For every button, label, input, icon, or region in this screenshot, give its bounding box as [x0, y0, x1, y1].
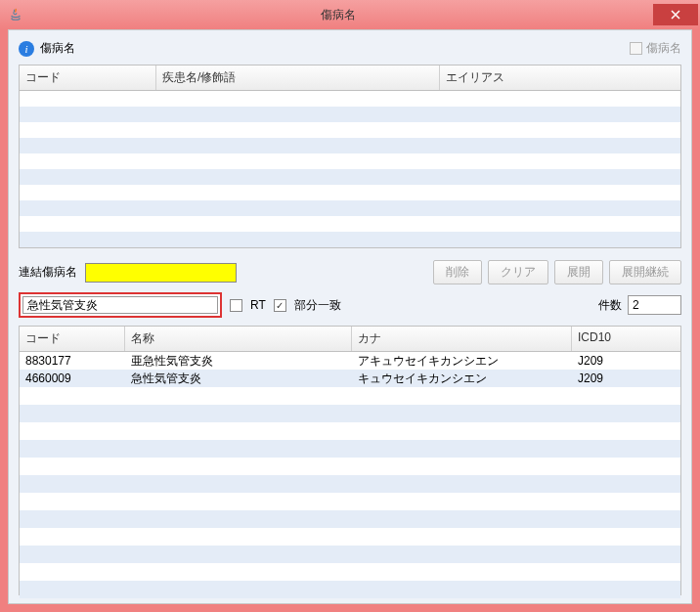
panel-title: 傷病名: [40, 40, 75, 57]
count-label: 件数: [598, 297, 622, 314]
upper-col-code[interactable]: コード: [20, 66, 156, 90]
cell-kana: アキュウセイキカンシエン: [352, 353, 572, 370]
java-icon: [8, 7, 23, 22]
search-input[interactable]: [22, 296, 218, 314]
table-row[interactable]: 4660009 急性気管支炎 キュウセイキカンシエン J209: [20, 370, 680, 387]
content-panel: i 傷病名 傷病名 コード 疾患名/修飾語 エイリアス 連結傷病名 削除 クリア…: [8, 29, 692, 604]
rt-label: RT: [250, 298, 266, 312]
titlebar: 傷病名: [0, 0, 700, 29]
lower-col-code[interactable]: コード: [20, 327, 125, 351]
panel-header: i 傷病名 傷病名: [19, 40, 681, 57]
delete-button[interactable]: 削除: [433, 260, 482, 284]
upper-table: コード 疾患名/修飾語 エイリアス: [19, 65, 681, 248]
linked-row: 連結傷病名 削除 クリア 展開 展開継続: [19, 260, 681, 284]
cell-code: 8830177: [20, 354, 125, 368]
linked-label: 連結傷病名: [19, 264, 77, 281]
partial-match-label: 部分一致: [294, 297, 341, 314]
expand-continue-button[interactable]: 展開継続: [609, 260, 681, 284]
rt-checkbox[interactable]: [230, 299, 242, 312]
lower-table: コード 名称 カナ ICD10 8830177 亜急性気管支炎 アキュウセイキカ…: [19, 326, 681, 595]
cell-name: 急性気管支炎: [125, 371, 352, 387]
header-checkbox-label: 傷病名: [646, 40, 681, 57]
search-box-highlight: [19, 292, 222, 318]
count-field[interactable]: [628, 295, 681, 315]
upper-table-body[interactable]: [20, 91, 680, 247]
cell-kana: キュウセイキカンシエン: [352, 371, 572, 387]
linked-name-field[interactable]: [85, 263, 237, 283]
info-icon: i: [19, 41, 34, 57]
upper-col-name[interactable]: 疾患名/修飾語: [156, 66, 440, 90]
expand-button[interactable]: 展開: [554, 260, 603, 284]
close-button[interactable]: [653, 4, 698, 25]
search-row: RT 部分一致 件数: [19, 292, 681, 318]
lower-col-icd10[interactable]: ICD10: [572, 327, 680, 351]
cell-icd10: J209: [572, 372, 680, 385]
partial-match-checkbox[interactable]: [274, 299, 286, 312]
table-row[interactable]: 8830177 亜急性気管支炎 アキュウセイキカンシエン J209: [20, 352, 680, 370]
cell-name: 亜急性気管支炎: [125, 353, 352, 370]
header-checkbox[interactable]: [630, 42, 642, 55]
cell-icd10: J209: [572, 354, 680, 368]
lower-table-body[interactable]: 8830177 亜急性気管支炎 アキュウセイキカンシエン J209 466000…: [20, 352, 680, 594]
clear-button[interactable]: クリア: [488, 260, 548, 284]
upper-col-alias[interactable]: エイリアス: [440, 66, 680, 90]
cell-code: 4660009: [20, 372, 125, 385]
window-title: 傷病名: [23, 7, 653, 23]
lower-col-name[interactable]: 名称: [125, 327, 352, 351]
lower-col-kana[interactable]: カナ: [352, 327, 572, 351]
